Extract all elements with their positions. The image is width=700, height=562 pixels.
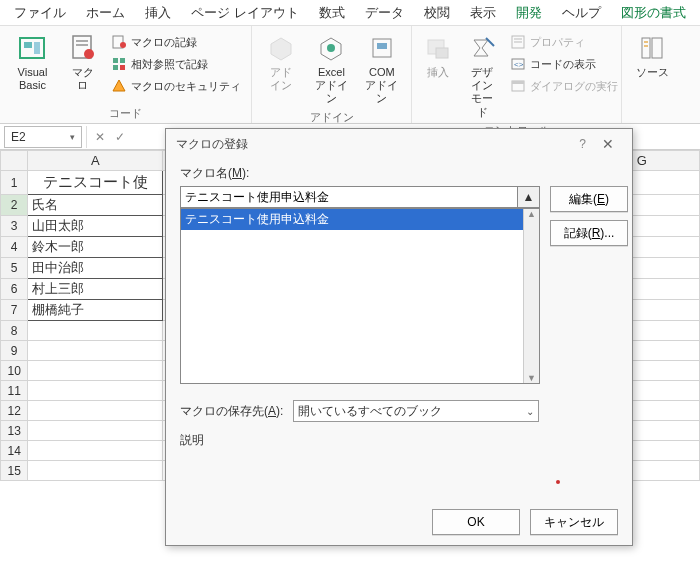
excel-addins-button[interactable]: Excel アドイン (308, 30, 354, 108)
menu-data[interactable]: データ (355, 0, 414, 26)
cancel-formula-icon[interactable]: ✕ (91, 130, 109, 144)
menu-page-layout[interactable]: ページ レイアウト (181, 0, 309, 26)
scrollbar[interactable]: ▲▼ (523, 209, 539, 383)
row-header[interactable]: 3 (1, 216, 28, 237)
cell[interactable] (28, 321, 163, 341)
row-header[interactable]: 2 (1, 195, 28, 216)
ribbon-group-addins-label: アドイン (258, 108, 405, 125)
edit-button[interactable]: 編集(E) (550, 186, 628, 212)
visual-basic-button[interactable]: Visual Basic (6, 30, 59, 94)
svg-marker-21 (474, 40, 488, 56)
menu-developer[interactable]: 開発 (506, 0, 552, 26)
macro-list[interactable]: テニスコート使用申込料金 ▲▼ (180, 208, 540, 384)
row-header[interactable]: 4 (1, 237, 28, 258)
svg-rect-1 (24, 42, 32, 48)
cell[interactable]: 鈴木一郎 (28, 237, 163, 258)
macro-security-button[interactable]: マクロのセキュリティ (107, 76, 245, 96)
design-mode-button[interactable]: デザイン モード (462, 30, 502, 121)
cancel-button[interactable]: キャンセル (530, 509, 618, 535)
row-header[interactable]: 13 (1, 421, 28, 441)
scroll-up-icon[interactable]: ▲ (527, 209, 536, 219)
cell[interactable]: テニスコート使 (28, 171, 163, 195)
record-macro-button[interactable]: マクロの記録 (107, 32, 245, 52)
svg-rect-18 (377, 43, 387, 49)
row-header[interactable]: 9 (1, 341, 28, 361)
svg-rect-29 (512, 81, 524, 84)
macro-location-label: マクロの保存先(A): (180, 403, 283, 420)
select-all-corner[interactable] (1, 151, 28, 171)
svg-marker-14 (271, 38, 291, 60)
record-button[interactable]: 記録(R)... (550, 220, 628, 246)
run-dialog-button[interactable]: ダイアログの実行 (506, 76, 622, 96)
menu-review[interactable]: 校閲 (414, 0, 460, 26)
row-header[interactable]: 15 (1, 461, 28, 481)
ok-button[interactable]: OK (432, 509, 520, 535)
ribbon-group-code-label: コード (6, 104, 245, 121)
row-header[interactable]: 7 (1, 300, 28, 321)
svg-rect-4 (76, 40, 88, 42)
svg-rect-10 (120, 58, 125, 63)
cell[interactable]: 山田太郎 (28, 216, 163, 237)
menu-formulas[interactable]: 数式 (309, 0, 355, 26)
svg-rect-12 (120, 65, 125, 70)
formula-bar-buttons: ✕ ✓ (86, 126, 133, 148)
com-addins-button[interactable]: COM アドイン (359, 30, 405, 108)
macro-location-select[interactable]: 開いているすべてのブック ⌄ (293, 400, 539, 422)
close-button[interactable]: ✕ (594, 136, 622, 152)
svg-point-16 (327, 44, 335, 52)
svg-point-8 (120, 42, 126, 48)
menu-file[interactable]: ファイル (4, 0, 76, 26)
relative-ref-button[interactable]: 相対参照で記録 (107, 54, 245, 74)
row-header[interactable]: 5 (1, 258, 28, 279)
cell[interactable]: 田中治郎 (28, 258, 163, 279)
cell[interactable]: 氏名 (28, 195, 163, 216)
macros-icon (67, 32, 99, 64)
menu-shape-format[interactable]: 図形の書式 (611, 0, 696, 26)
svg-marker-13 (113, 80, 125, 91)
row-header[interactable]: 14 (1, 441, 28, 461)
row-header[interactable]: 8 (1, 321, 28, 341)
security-icon (111, 78, 127, 94)
properties-icon (510, 34, 526, 50)
properties-button[interactable]: プロパティ (506, 32, 622, 52)
menu-insert[interactable]: 挿入 (135, 0, 181, 26)
description-label: 説明 (180, 432, 618, 449)
decorative-dot (556, 480, 560, 484)
dialog-icon (510, 78, 526, 94)
row-header[interactable]: 6 (1, 279, 28, 300)
svg-rect-5 (76, 44, 88, 46)
row-header[interactable]: 11 (1, 381, 28, 401)
addins-button[interactable]: アド イン (258, 30, 304, 94)
help-button[interactable]: ? (571, 137, 594, 151)
code-icon: <> (510, 56, 526, 72)
menu-help[interactable]: ヘルプ (552, 0, 611, 26)
col-header-a[interactable]: A (28, 151, 163, 171)
record-icon (111, 34, 127, 50)
svg-rect-9 (113, 58, 118, 63)
macro-name-input[interactable] (180, 186, 518, 208)
cell[interactable]: 村上三郎 (28, 279, 163, 300)
source-icon (636, 32, 668, 64)
row-header[interactable]: 1 (1, 171, 28, 195)
relative-icon (111, 56, 127, 72)
row-header[interactable]: 10 (1, 361, 28, 381)
scroll-down-icon[interactable]: ▼ (527, 373, 536, 383)
menu-bar: ファイル ホーム 挿入 ページ レイアウト 数式 データ 校閲 表示 開発 ヘル… (0, 0, 700, 26)
confirm-formula-icon[interactable]: ✓ (111, 130, 129, 144)
macro-list-item[interactable]: テニスコート使用申込料金 (181, 209, 539, 230)
svg-rect-31 (652, 38, 662, 58)
name-box[interactable]: E2 ▾ (4, 126, 82, 148)
collapse-icon[interactable]: ▲ (518, 186, 540, 208)
menu-home[interactable]: ホーム (76, 0, 135, 26)
cell[interactable]: 棚橋純子 (28, 300, 163, 321)
row-header[interactable]: 12 (1, 401, 28, 421)
svg-rect-30 (642, 38, 650, 58)
insert-control-button[interactable]: 挿入 (418, 30, 458, 81)
menu-view[interactable]: 表示 (460, 0, 506, 26)
macros-button[interactable]: マクロ (63, 30, 103, 94)
svg-text:<>: <> (514, 60, 524, 69)
source-button[interactable]: ソース (628, 30, 676, 81)
chevron-down-icon: ▾ (70, 132, 75, 142)
view-code-button[interactable]: <>コードの表示 (506, 54, 622, 74)
svg-rect-20 (436, 48, 448, 58)
